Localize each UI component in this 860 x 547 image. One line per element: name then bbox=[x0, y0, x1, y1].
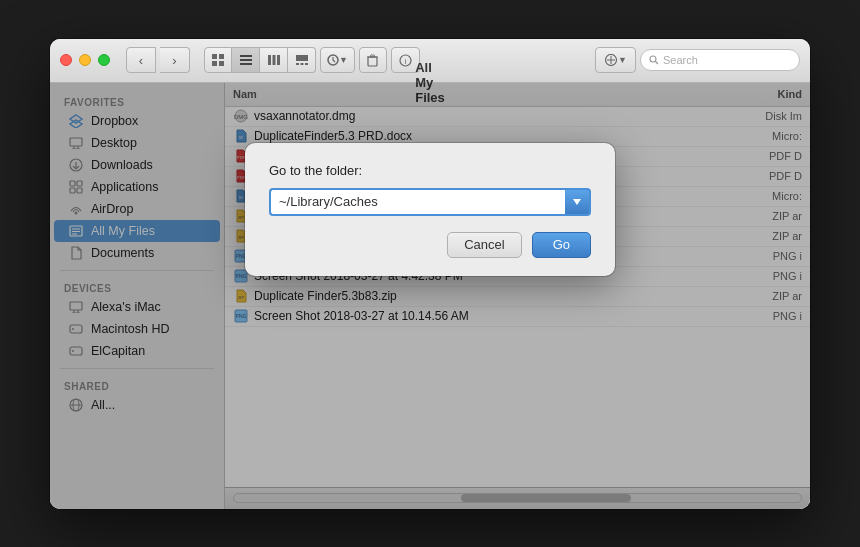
svg-rect-7 bbox=[268, 55, 271, 65]
cancel-button[interactable]: Cancel bbox=[447, 232, 521, 258]
dialog-title: Go to the folder: bbox=[269, 163, 591, 178]
cover-flow-btn[interactable] bbox=[288, 47, 316, 73]
folder-input-row bbox=[269, 188, 591, 216]
svg-rect-2 bbox=[212, 61, 217, 66]
svg-text:i: i bbox=[405, 57, 407, 66]
action-button[interactable]: ▼ bbox=[320, 47, 355, 73]
svg-rect-11 bbox=[296, 63, 299, 65]
forward-button[interactable]: › bbox=[160, 47, 190, 73]
titlebar: ‹ › ▼ bbox=[50, 39, 810, 83]
view-controls bbox=[204, 47, 316, 73]
close-button[interactable] bbox=[60, 54, 72, 66]
finder-window: ‹ › ▼ bbox=[50, 39, 810, 509]
dialog-buttons: Cancel Go bbox=[269, 232, 591, 258]
modal-overlay: Go to the folder: Cancel Go bbox=[50, 83, 810, 509]
svg-rect-15 bbox=[368, 57, 377, 66]
toolbar: ‹ › ▼ bbox=[126, 47, 420, 73]
svg-point-21 bbox=[650, 56, 656, 62]
svg-rect-0 bbox=[212, 54, 217, 59]
arrange-button[interactable]: ▼ bbox=[595, 47, 636, 73]
search-box[interactable]: Search bbox=[640, 49, 800, 71]
svg-rect-13 bbox=[305, 63, 308, 65]
svg-rect-3 bbox=[219, 61, 224, 66]
svg-rect-12 bbox=[300, 63, 303, 65]
svg-rect-1 bbox=[219, 54, 224, 59]
column-view-btn[interactable] bbox=[260, 47, 288, 73]
go-button[interactable]: Go bbox=[532, 232, 591, 258]
delete-button[interactable] bbox=[359, 47, 387, 73]
svg-rect-9 bbox=[277, 55, 280, 65]
minimize-button[interactable] bbox=[79, 54, 91, 66]
back-button[interactable]: ‹ bbox=[126, 47, 156, 73]
folder-path-input[interactable] bbox=[269, 188, 565, 216]
list-view-btn[interactable] bbox=[232, 47, 260, 73]
svg-rect-10 bbox=[296, 55, 308, 61]
search-placeholder: Search bbox=[663, 54, 698, 66]
svg-rect-8 bbox=[272, 55, 275, 65]
goto-folder-dialog: Go to the folder: Cancel Go bbox=[245, 143, 615, 276]
icon-view-btn[interactable] bbox=[204, 47, 232, 73]
svg-rect-4 bbox=[240, 55, 252, 57]
svg-line-22 bbox=[656, 62, 659, 65]
svg-rect-17 bbox=[371, 55, 375, 57]
svg-rect-6 bbox=[240, 63, 252, 65]
maximize-button[interactable] bbox=[98, 54, 110, 66]
folder-dropdown-button[interactable] bbox=[565, 188, 591, 216]
traffic-lights bbox=[60, 54, 110, 66]
svg-rect-5 bbox=[240, 59, 252, 61]
